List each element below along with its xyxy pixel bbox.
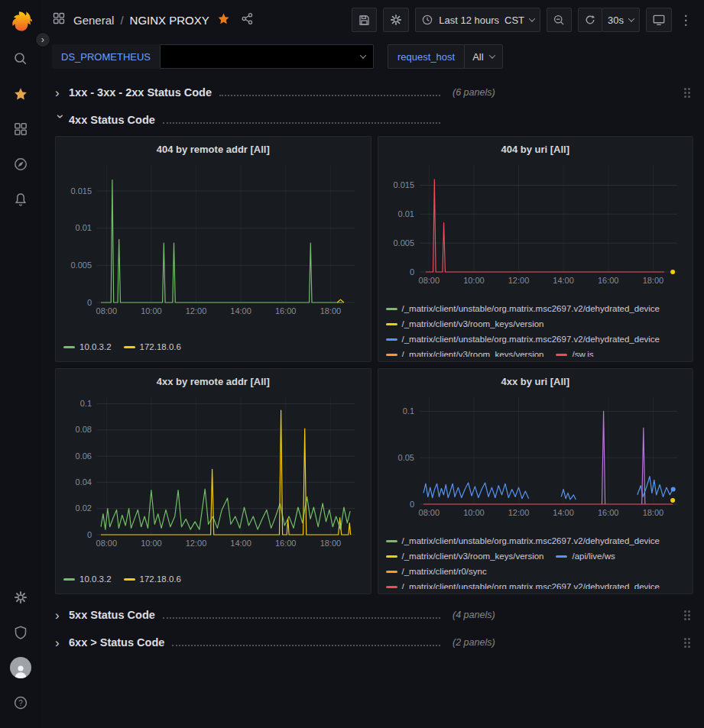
dashboard-row-1xx-3xx-2xx: › 1xx - 3xx - 2xx Status Code (6 panels) [55, 81, 693, 104]
row-title: 1xx - 3xx - 2xx Status Code [69, 86, 212, 99]
legend-item[interactable]: /_matrix/client/unstable/org.matrix.msc2… [386, 581, 660, 589]
legend-item[interactable]: /api/live/ws [556, 551, 615, 562]
panel-4xx-by-remote-addr: 4xx by remote addr [All] 00.020.040.060.… [55, 368, 371, 594]
svg-text:10:00: 10:00 [141, 306, 162, 315]
save-dashboard-button[interactable] [352, 8, 377, 32]
row-drag-handle[interactable] [684, 638, 690, 648]
refresh-interval-label: 30s [608, 15, 624, 26]
panel-title[interactable]: 404 by uri [All] [384, 140, 687, 157]
row-drag-handle[interactable] [684, 610, 690, 620]
person-icon [12, 663, 29, 678]
legend-item[interactable]: 10.0.3.2 [63, 341, 112, 353]
breadcrumb-separator: / [120, 14, 123, 27]
share-icon [241, 12, 254, 25]
panel-title[interactable]: 4xx by remote addr [All] [62, 372, 365, 390]
legend-series-label: 172.18.0.6 [140, 574, 181, 584]
legend-series-label: /_matrix/client/r0/sync [402, 567, 487, 576]
legend-item[interactable]: 172.18.0.6 [124, 341, 181, 353]
chart-404-by-uri[interactable]: 00.0050.010.01508:0010:0012:0014:0016:00… [384, 159, 686, 287]
panel-title[interactable]: 4xx by uri [All] [384, 372, 687, 390]
sidebar-search-button[interactable] [0, 41, 41, 76]
apps-grid-icon [52, 11, 66, 28]
svg-text:18:00: 18:00 [320, 539, 342, 548]
dashboard-row-4xx: › 4xx Status Code 404 by remote addr [Al… [55, 108, 693, 594]
panel-title[interactable]: 404 by remote addr [All] [62, 140, 365, 157]
svg-text:0.01: 0.01 [76, 223, 92, 232]
legend-series-label: /_matrix/client/unstable/org.matrix.msc2… [402, 304, 660, 313]
svg-text:0.1: 0.1 [80, 399, 92, 408]
sidebar-expand-button[interactable]: › [35, 32, 50, 47]
svg-text:12:00: 12:00 [186, 539, 207, 548]
row-header-6xx[interactable]: › 6xx > Status Code (2 panels) [55, 631, 693, 654]
legend-series-color [386, 354, 397, 356]
legend-item[interactable]: /_matrix/client/v3/room_keys/version [386, 349, 544, 357]
legend-item[interactable]: 172.18.0.6 [124, 574, 181, 585]
navbar-actions: Last 12 hours CST 30s [352, 8, 693, 32]
legend-series-label: /sw.js [572, 350, 593, 357]
dashboard-row-5xx: › 5xx Status Code (4 panels) [55, 603, 693, 626]
breadcrumb-folder[interactable]: General [73, 14, 114, 27]
refresh-interval-dropdown[interactable]: 30s [602, 8, 640, 32]
share-dashboard-button[interactable] [241, 12, 254, 28]
chart-4xx-by-remote-addr[interactable]: 00.020.040.060.080.108:0010:0012:0014:00… [62, 391, 364, 550]
legend-404-by-uri: /_matrix/client/unstable/org.matrix.msc2… [384, 300, 687, 357]
sidebar-help-button[interactable]: ? [0, 685, 41, 720]
favorite-star-button[interactable] [217, 12, 230, 28]
legend-series-label: 10.0.3.2 [79, 342, 112, 351]
svg-text:0: 0 [87, 530, 92, 539]
sidebar-profile-button[interactable] [0, 650, 41, 685]
chevron-right-icon: › [55, 86, 69, 99]
variable-value-ds-prometheus[interactable] [160, 44, 374, 69]
kiosk-mode-button[interactable] [646, 8, 672, 32]
grafana-logo-icon [8, 8, 33, 33]
save-icon [358, 14, 371, 27]
zoom-out-icon [553, 14, 566, 27]
legend-404-by-remote-addr: 10.0.3.2172.18.0.6 [62, 338, 365, 357]
svg-text:12:00: 12:00 [508, 276, 529, 285]
legend-series-label: /api/live/ws [572, 552, 615, 561]
variable-value-request-host[interactable]: All [464, 44, 502, 69]
breadcrumb-dashboard-title[interactable]: NGINX PROXY [130, 14, 209, 27]
svg-text:0: 0 [87, 298, 92, 307]
legend-item[interactable]: /sw.js [556, 349, 593, 357]
variable-label-ds-prometheus: DS_PROMETHEUS [52, 44, 160, 69]
time-range-picker[interactable]: Last 12 hours CST [415, 8, 540, 32]
legend-item[interactable]: /_matrix/client/unstable/org.matrix.msc2… [386, 303, 660, 315]
legend-item[interactable]: /_matrix/client/v3/room_keys/version [386, 319, 544, 330]
zoom-out-time-button[interactable] [547, 8, 572, 32]
svg-text:10:00: 10:00 [141, 539, 162, 548]
sidebar-alerting-button[interactable] [0, 182, 41, 217]
refresh-button[interactable] [578, 8, 602, 32]
row-header-1xx-3xx-2xx[interactable]: › 1xx - 3xx - 2xx Status Code (6 panels) [55, 81, 693, 104]
gear-icon [13, 590, 28, 605]
legend-item[interactable]: /_matrix/client/r0/sync [386, 566, 487, 578]
row-drag-handle[interactable] [684, 88, 690, 98]
navbar-more-button[interactable]: ⋮ [678, 11, 693, 29]
chart-404-by-remote-addr[interactable]: 00.0050.010.01508:0010:0012:0014:0016:00… [62, 159, 364, 318]
grafana-logo[interactable] [0, 0, 41, 41]
legend-item[interactable]: /_matrix/client/unstable/org.matrix.msc2… [386, 535, 660, 547]
legend-item[interactable]: 10.0.3.2 [63, 574, 112, 585]
sidebar-explore-button[interactable] [0, 147, 41, 182]
svg-text:08:00: 08:00 [418, 508, 440, 517]
legend-series-label: /_matrix/client/v3/room_keys/version [402, 319, 544, 328]
sidebar-admin-button[interactable] [0, 615, 41, 650]
chevron-down-icon [360, 52, 366, 58]
sidebar-starred-button[interactable] [0, 76, 41, 112]
chevron-down-icon [628, 15, 634, 21]
dashboard-settings-button[interactable] [383, 8, 409, 32]
legend-series-color [124, 578, 135, 581]
legend-item[interactable]: /_matrix/client/unstable/org.matrix.msc2… [386, 334, 660, 345]
row-header-4xx[interactable]: › 4xx Status Code [55, 108, 693, 131]
time-range-label: Last 12 hours [439, 15, 499, 26]
sidebar-configuration-button[interactable] [0, 580, 41, 615]
row-panel-count: (2 panels) [453, 637, 495, 648]
sidebar: ? [0, 0, 41, 728]
row-header-5xx[interactable]: › 5xx Status Code (4 panels) [55, 603, 693, 626]
legend-item[interactable]: /_matrix/client/v3/room_keys/version [386, 551, 544, 562]
chart-4xx-by-uri[interactable]: 00.050.108:0010:0012:0014:0016:0018:00 [384, 391, 686, 519]
legend-series-color [386, 555, 397, 558]
svg-text:0.005: 0.005 [70, 260, 92, 270]
svg-text:08:00: 08:00 [96, 539, 118, 548]
sidebar-dashboards-button[interactable] [0, 112, 41, 147]
